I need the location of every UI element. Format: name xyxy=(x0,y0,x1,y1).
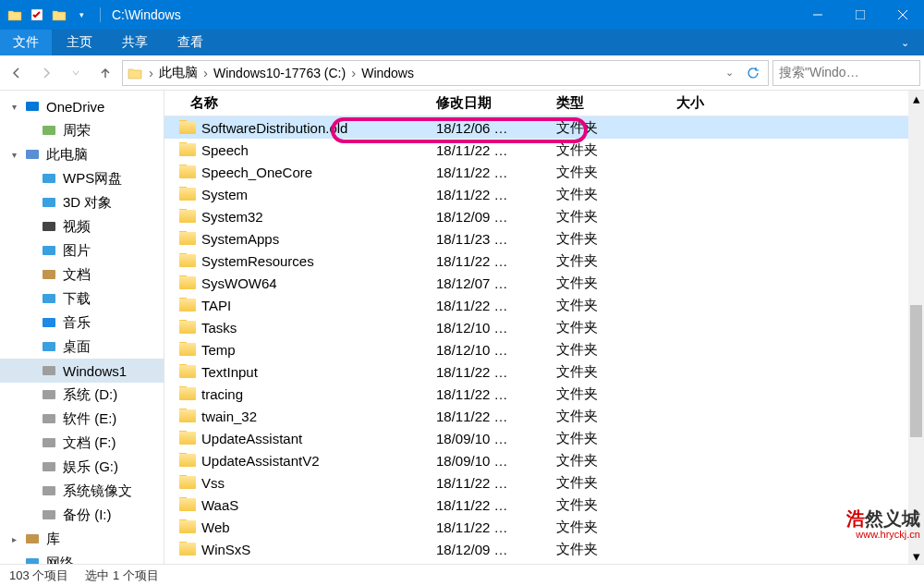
table-row[interactable]: SystemApps 18/11/23 … 文件夹 xyxy=(164,227,924,250)
recent-dropdown-icon[interactable] xyxy=(63,60,89,86)
file-date: 18/11/22 … xyxy=(429,519,549,535)
chevron-right-icon[interactable]: › xyxy=(347,65,359,80)
new-folder-icon[interactable] xyxy=(50,6,68,24)
sidebar-item[interactable]: Windows1 xyxy=(0,359,164,383)
folder-icon xyxy=(179,498,196,511)
sidebar-item[interactable]: WPS网盘 xyxy=(0,166,164,190)
file-name: System32 xyxy=(201,209,263,225)
table-row[interactable]: System32 18/12/09 … 文件夹 xyxy=(164,205,924,227)
sidebar-item[interactable]: 下载 xyxy=(0,287,164,311)
sidebar-item[interactable]: 网络 xyxy=(0,551,164,564)
table-row[interactable]: Web 18/11/22 … 文件夹 xyxy=(164,516,924,538)
svg-rect-17 xyxy=(43,390,55,399)
file-name: Speech xyxy=(201,142,249,158)
sidebar-item[interactable]: 软件 (E:) xyxy=(0,407,164,431)
file-type: 文件夹 xyxy=(549,519,669,536)
minimize-button[interactable] xyxy=(796,0,839,30)
sidebar-item[interactable]: 视频 xyxy=(0,214,164,238)
ribbon-expand-icon[interactable]: ⌄ xyxy=(886,30,924,55)
refresh-icon[interactable] xyxy=(742,67,764,79)
file-date: 18/11/22 … xyxy=(429,497,549,513)
qa-dropdown-icon[interactable]: ▾ xyxy=(72,6,91,24)
sidebar-item[interactable]: ▾OneDrive xyxy=(0,94,164,118)
pc-icon xyxy=(24,146,41,163)
breadcrumb-item[interactable]: 此电脑 xyxy=(159,65,198,81)
table-row[interactable]: Vss 18/11/22 … 文件夹 xyxy=(164,471,924,494)
table-row[interactable]: Speech 18/11/22 … 文件夹 xyxy=(164,139,924,161)
file-type: 文件夹 xyxy=(549,297,669,314)
table-row[interactable]: UpdateAssistantV2 18/09/10 … 文件夹 xyxy=(164,449,924,471)
scrollbar-vertical[interactable]: ▴ ▾ xyxy=(908,91,924,564)
chevron-icon[interactable]: ▸ xyxy=(9,534,18,544)
scroll-down-icon[interactable]: ▾ xyxy=(908,548,924,564)
file-type: 文件夹 xyxy=(549,430,669,447)
scroll-thumb[interactable] xyxy=(910,305,922,437)
sidebar-item[interactable]: 桌面 xyxy=(0,335,164,359)
column-name[interactable]: 名称 xyxy=(164,94,429,112)
table-row[interactable]: SoftwareDistribution.old 18/12/06 … 文件夹 xyxy=(164,116,924,139)
up-button[interactable] xyxy=(92,60,118,86)
scroll-up-icon[interactable]: ▴ xyxy=(908,91,924,106)
sidebar-item[interactable]: 3D 对象 xyxy=(0,190,164,214)
search-placeholder: 搜索"Windo… xyxy=(779,65,859,81)
sidebar-item[interactable]: 文档 (F:) xyxy=(0,431,164,455)
breadcrumb[interactable]: › 此电脑 › Windows10-17763 (C:) › Windows ⌄ xyxy=(122,60,769,86)
file-tab[interactable]: 文件 xyxy=(0,30,52,55)
table-row[interactable]: UpdateAssistant 18/09/10 … 文件夹 xyxy=(164,427,924,449)
net-icon xyxy=(24,555,41,564)
breadcrumb-dropdown-icon[interactable]: ⌄ xyxy=(718,67,740,79)
column-date[interactable]: 修改日期 xyxy=(429,94,549,112)
sidebar-item[interactable]: 娱乐 (G:) xyxy=(0,455,164,479)
file-name: TAPI xyxy=(201,298,231,313)
sidebar-item[interactable]: ▸库 xyxy=(0,527,164,551)
chevron-right-icon[interactable]: › xyxy=(200,65,212,80)
folder-icon xyxy=(179,343,196,356)
folder-icon xyxy=(179,232,196,245)
breadcrumb-item[interactable]: Windows10-17763 (C:) xyxy=(213,66,346,80)
chevron-right-icon[interactable]: › xyxy=(145,65,157,80)
table-row[interactable]: twain_32 18/11/22 … 文件夹 xyxy=(164,405,924,427)
file-name: SystemApps xyxy=(201,231,279,247)
folder-icon xyxy=(179,210,196,223)
sidebar-item[interactable]: 文档 xyxy=(0,262,164,287)
tab-view[interactable]: 查看 xyxy=(163,30,218,55)
table-row[interactable]: tracing 18/11/22 … 文件夹 xyxy=(164,383,924,405)
column-size[interactable]: 大小 xyxy=(669,94,780,112)
cloud-icon xyxy=(41,170,57,187)
table-row[interactable]: TAPI 18/11/22 … 文件夹 xyxy=(164,294,924,316)
table-row[interactable]: System 18/11/22 … 文件夹 xyxy=(164,183,924,205)
sidebar-item[interactable]: 图片 xyxy=(0,238,164,262)
search-input[interactable]: 搜索"Windo… xyxy=(772,60,920,86)
sidebar-item-label: 娱乐 (G:) xyxy=(63,458,118,476)
chevron-icon[interactable]: ▾ xyxy=(9,102,18,112)
table-row[interactable]: WaaS 18/11/22 … 文件夹 xyxy=(164,494,924,516)
sidebar-item[interactable]: 备份 (I:) xyxy=(0,503,164,527)
sidebar-item[interactable]: 系统 (D:) xyxy=(0,383,164,407)
table-row[interactable]: Speech_OneCore 18/11/22 … 文件夹 xyxy=(164,161,924,183)
table-row[interactable]: Temp 18/12/10 … 文件夹 xyxy=(164,338,924,360)
table-row[interactable]: SystemResources 18/11/22 … 文件夹 xyxy=(164,250,924,272)
back-button[interactable] xyxy=(4,60,30,86)
sidebar-item[interactable]: ▾此电脑 xyxy=(0,142,164,166)
tab-home[interactable]: 主页 xyxy=(52,30,107,55)
table-row[interactable]: SysWOW64 18/12/07 … 文件夹 xyxy=(164,272,924,294)
scroll-track[interactable] xyxy=(908,106,924,548)
tab-share[interactable]: 共享 xyxy=(107,30,163,55)
svg-rect-21 xyxy=(43,486,55,495)
properties-icon[interactable] xyxy=(28,6,46,24)
close-button[interactable] xyxy=(881,0,924,30)
sidebar-item[interactable]: 音乐 xyxy=(0,311,164,335)
table-row[interactable]: WinSxS 18/12/09 … 文件夹 xyxy=(164,538,924,560)
svg-rect-14 xyxy=(43,318,55,327)
breadcrumb-item[interactable]: Windows xyxy=(361,66,414,80)
file-type: 文件夹 xyxy=(549,385,669,403)
chevron-icon[interactable]: ▾ xyxy=(9,150,18,160)
folder-icon xyxy=(179,409,196,422)
sidebar-item[interactable]: 周荣 xyxy=(0,118,164,142)
sidebar-item[interactable]: 系统镜像文 xyxy=(0,479,164,503)
table-row[interactable]: Tasks 18/12/10 … 文件夹 xyxy=(164,316,924,338)
forward-button[interactable] xyxy=(33,60,59,86)
table-row[interactable]: TextInput 18/11/22 … 文件夹 xyxy=(164,360,924,383)
maximize-button[interactable] xyxy=(839,0,881,30)
column-type[interactable]: 类型 xyxy=(549,94,669,112)
